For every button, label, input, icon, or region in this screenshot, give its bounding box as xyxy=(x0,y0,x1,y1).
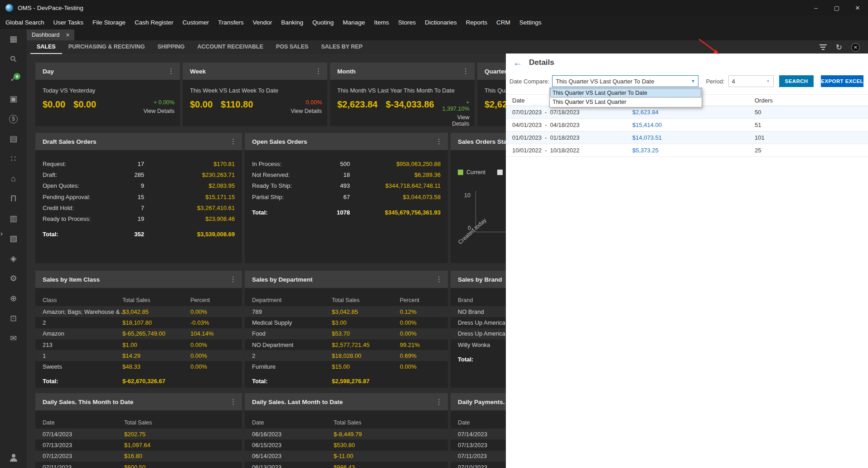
title-bar: OMS - DevPace-Testing – ▢ ✕ xyxy=(0,0,868,15)
maximize-button[interactable]: ▢ xyxy=(826,0,847,15)
subtab[interactable]: ACCOUNT RECEIVABLE xyxy=(191,40,270,54)
clipboard-icon[interactable]: ▥ xyxy=(0,209,27,229)
chart-legend-item[interactable]: Current xyxy=(458,169,485,176)
summary-total-row: Total: 1078 $345,679,756,361.93 xyxy=(245,207,448,218)
card-menu-icon[interactable]: ⋮ xyxy=(230,137,237,146)
subtab[interactable]: SHIPPING xyxy=(151,40,191,54)
search-button[interactable]: SEARCH xyxy=(779,75,814,87)
tasks-icon[interactable]: ✓ xyxy=(0,69,27,89)
sidebar: 9 › ▦ ⚲ ✓ ▣ $ xyxy=(0,29,27,468)
sales-by-department-card: Sales by Department ⋮ DepartmentTotal Sa… xyxy=(245,271,448,388)
finance-icon[interactable]: $ xyxy=(0,109,27,129)
chart-legend-item[interactable] xyxy=(497,170,506,175)
apps-grid-icon[interactable]: ∷ xyxy=(0,149,27,169)
kpi-subtitle: Today VS Yesterday xyxy=(35,80,180,94)
card-title: Month xyxy=(337,68,355,75)
menu-item[interactable]: Stores xyxy=(393,19,420,26)
card-menu-icon[interactable]: ⋮ xyxy=(436,275,442,283)
menu-item[interactable]: User Tasks xyxy=(49,19,88,26)
kpi-delta: + 1,397.10% xyxy=(442,99,470,112)
back-arrow-icon[interactable]: ← xyxy=(513,58,522,67)
dashboard-icon[interactable]: ▦ xyxy=(0,29,27,49)
bank-icon[interactable]: Π xyxy=(0,189,27,209)
view-details-link[interactable]: View Details xyxy=(291,108,322,114)
document-icon[interactable]: ▧ xyxy=(0,229,27,249)
filter-icon[interactable] xyxy=(820,44,827,50)
total-sales-link[interactable]: $15,414.00 xyxy=(632,122,755,128)
date-compare-select[interactable]: This Quarter VS Last Quarter To Date ▼ xyxy=(552,75,698,87)
view-details-link[interactable]: View Details xyxy=(442,114,470,126)
tab-label: Dashboard xyxy=(32,32,59,38)
menu-item[interactable]: Items xyxy=(369,19,393,26)
card-menu-icon[interactable]: ⋮ xyxy=(462,67,469,75)
table-total-row: Total: $-62,670,326.67 xyxy=(35,376,242,387)
y-axis-tick: 10 xyxy=(464,192,470,199)
card-menu-icon[interactable]: ⋮ xyxy=(436,398,442,406)
kpi-card: Month ⋮ This Month VS Last Year This Mon… xyxy=(330,63,475,126)
table-header: ClassTotal SalesPercent xyxy=(35,288,242,306)
menu-item[interactable]: Transfers xyxy=(213,19,248,26)
period-select[interactable]: 4 ▼ xyxy=(728,75,774,87)
menu-bar: Global Search User Tasks File Storage Ca… xyxy=(0,15,868,29)
user-profile-icon[interactable] xyxy=(0,454,27,462)
menu-item[interactable]: Global Search xyxy=(1,19,49,26)
total-sales-link[interactable]: $2,623.84 xyxy=(632,109,755,116)
summary-row: Partial Ship: 67 $3,044,073.58 xyxy=(245,191,448,202)
close-button[interactable]: ✕ xyxy=(847,0,868,15)
globe-icon[interactable]: ⊕ xyxy=(0,288,27,308)
settings-icon[interactable]: ⚙ xyxy=(0,268,27,288)
menu-item[interactable]: Settings xyxy=(515,19,546,26)
menu-item[interactable]: Customer xyxy=(178,19,213,26)
legend-swatch xyxy=(497,170,503,175)
summary-row: Open Quotes: 9 $2,083.95 xyxy=(35,180,242,191)
menu-item[interactable]: File Storage xyxy=(88,19,130,26)
menu-item[interactable]: Reports xyxy=(461,19,492,26)
table-header: DepartmentTotal SalesPercent xyxy=(245,288,448,306)
messages-icon[interactable]: ✉ xyxy=(0,328,27,348)
dropdown-option[interactable]: This Quarter VS Last Quarter To Date xyxy=(550,88,701,98)
total-sales-link[interactable]: $5,373.25 xyxy=(632,147,755,154)
dropdown-option[interactable]: This Quarter VS Last Quarter xyxy=(550,98,701,107)
store-icon[interactable]: ⌂ xyxy=(0,169,27,189)
summary-row: Not Reserved: 18 $6,289.36 xyxy=(245,169,448,180)
subtab[interactable]: SALES BY REP xyxy=(315,40,369,54)
details-table-row: 07/01/2023-07/18/2023 $2,623.84 50 xyxy=(506,106,868,119)
view-details-link[interactable]: View Details xyxy=(143,108,175,114)
kpi-value-compare: $0.00 xyxy=(73,99,96,110)
table-row: 07/12/2023 $16.80 xyxy=(35,451,242,462)
subtab[interactable]: SALES xyxy=(30,40,62,54)
sidebar-expander-icon[interactable]: › xyxy=(0,229,3,237)
export-excel-button[interactable]: EXPORT EXCEL xyxy=(821,75,863,87)
kpi-value-current: $2,623.84 xyxy=(337,99,378,110)
search-icon[interactable]: ⚲ xyxy=(0,49,27,69)
menu-item[interactable]: Manage xyxy=(338,19,369,26)
menu-item[interactable]: Dictionaries xyxy=(420,19,461,26)
menu-item[interactable]: CRM xyxy=(492,19,515,26)
minimize-button[interactable]: – xyxy=(805,0,826,15)
card-title: Week xyxy=(190,68,206,75)
close-dashboard-icon[interactable]: ✕ xyxy=(851,43,860,52)
card-menu-icon[interactable]: ⋮ xyxy=(230,275,237,283)
menu-item[interactable]: Vendor xyxy=(248,19,276,26)
menu-item[interactable]: Quoting xyxy=(308,19,338,26)
table-row: 789 $3,042.85 0.12% xyxy=(245,306,448,317)
menu-item[interactable]: Banking xyxy=(276,19,308,26)
menu-item[interactable]: Cash Register xyxy=(130,19,178,26)
tab-close-icon[interactable]: × xyxy=(66,31,69,39)
contacts-icon[interactable]: ▤ xyxy=(0,129,27,149)
card-menu-icon[interactable]: ⋮ xyxy=(230,398,237,406)
card-menu-icon[interactable]: ⋮ xyxy=(436,137,442,146)
total-sales-link[interactable]: $14,073.51 xyxy=(632,134,755,141)
card-menu-icon[interactable]: ⋮ xyxy=(315,67,322,75)
table-row: 2 $18,107.80 -0.03% xyxy=(35,317,242,328)
subtab[interactable]: PURCHASING & RECEIVING xyxy=(62,40,151,54)
tag-icon[interactable]: ◈ xyxy=(0,249,27,268)
table-row: 06/14/2023 $-11.00 xyxy=(245,451,448,462)
projects-icon[interactable]: ▣ xyxy=(0,89,27,109)
remote-desktop-icon[interactable]: ⊡ xyxy=(0,308,27,328)
refresh-icon[interactable]: ↻ xyxy=(836,44,842,51)
kpi-value-current: $0.00 xyxy=(190,99,213,110)
subtab[interactable]: POS SALES xyxy=(270,40,315,54)
tab-dashboard[interactable]: Dashboard × xyxy=(27,29,74,40)
card-menu-icon[interactable]: ⋮ xyxy=(168,67,175,75)
